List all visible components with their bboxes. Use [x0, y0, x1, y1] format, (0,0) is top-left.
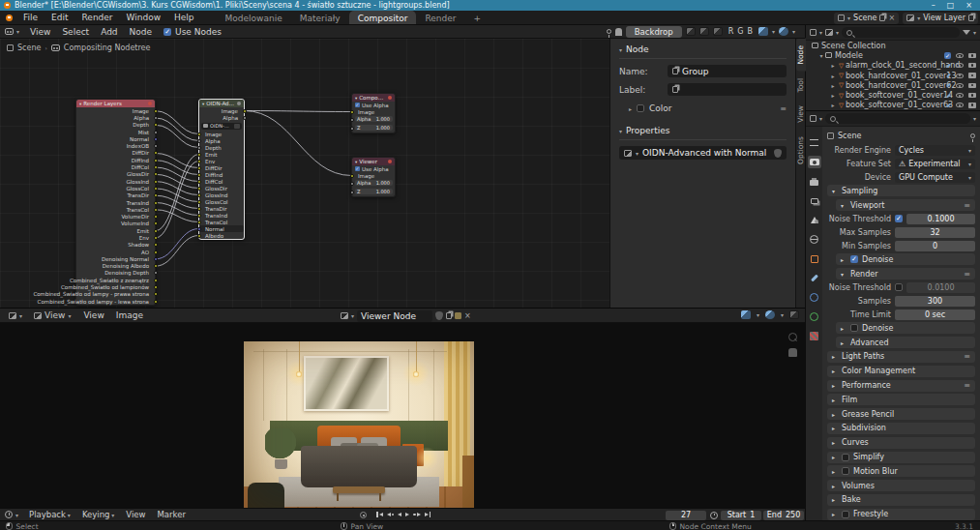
- socket-input-alpha[interactable]: [350, 118, 354, 122]
- node-menu-add[interactable]: Add: [95, 27, 123, 37]
- outliner-search-input[interactable]: [842, 27, 960, 38]
- alpha-field[interactable]: Alpha 1.000: [355, 116, 393, 122]
- outliner-row-object[interactable]: ▸▽book_hardcover_01_cover62: [806, 80, 980, 90]
- socket-output-Image[interactable]: [154, 109, 158, 113]
- panel-sampling[interactable]: ▾Sampling: [827, 185, 975, 196]
- snapping-icon[interactable]: [758, 27, 768, 36]
- checkbox-motion blur[interactable]: [842, 467, 849, 475]
- channel-r-button[interactable]: R: [727, 27, 736, 36]
- ghost-icon[interactable]: [615, 28, 622, 36]
- checkbox-denoise[interactable]: ✓: [850, 255, 858, 263]
- panel-render[interactable]: ▾Render≡: [836, 268, 975, 280]
- socket-output-TransDir[interactable]: [154, 193, 158, 197]
- menu-edit[interactable]: Edit: [45, 13, 74, 22]
- hide-in-viewport-icon[interactable]: [956, 74, 964, 78]
- properties-tab-view-layer[interactable]: [808, 194, 821, 207]
- workspace-tab-modelowanie[interactable]: Modelowanie: [217, 11, 291, 24]
- socket-input-Alpha[interactable]: [197, 139, 201, 143]
- panel-performance[interactable]: ▸Performance≡: [827, 380, 975, 392]
- add-workspace-tab[interactable]: +: [464, 11, 490, 24]
- play-reverse-button[interactable]: [398, 513, 401, 516]
- draw-mode-alpha-icon[interactable]: [713, 27, 723, 36]
- preset-menu-icon[interactable]: ≡: [780, 104, 787, 113]
- play-button[interactable]: [405, 513, 409, 516]
- playback-sync-icon[interactable]: [710, 512, 718, 519]
- checkbox-noise-threshold[interactable]: [895, 283, 903, 291]
- menu-help[interactable]: Help: [167, 13, 201, 22]
- socket-output-IndexOB[interactable]: [154, 144, 158, 148]
- browse-icon[interactable]: [234, 124, 240, 129]
- use-alpha-toggle[interactable]: ✓ Use Alpha: [352, 102, 395, 108]
- z-field[interactable]: Z 1.000: [355, 125, 393, 131]
- panel-color-management[interactable]: ▸Color Management: [827, 366, 975, 377]
- sidebar-tab-options[interactable]: Options: [796, 130, 806, 171]
- panel-subdivision[interactable]: ▸Subdivision: [827, 423, 975, 434]
- socket-output-DiffInd[interactable]: [154, 159, 158, 162]
- socket-input-GlossCol[interactable]: [197, 200, 201, 204]
- hide-in-viewport-icon[interactable]: [956, 83, 964, 88]
- dropdown-device[interactable]: GPU Compute▾: [895, 172, 975, 183]
- panel-film[interactable]: ▸Film: [827, 394, 975, 405]
- use-nodes-toggle[interactable]: ✓ Use Nodes: [163, 27, 222, 37]
- socket-input-Albedo[interactable]: [197, 234, 201, 238]
- editor-type-selector[interactable]: ▾: [0, 28, 24, 35]
- z-field[interactable]: Z 1.000: [355, 189, 393, 194]
- socket-output-Env[interactable]: [154, 236, 158, 240]
- node-tree-selector[interactable]: ▾ OIDN-Advanced with Normal: [619, 146, 787, 160]
- socket-output-Combined_Światło od lampionów[interactable]: [154, 285, 158, 289]
- collapse-icon[interactable]: ▾: [202, 102, 204, 106]
- socket-output-DiffDir[interactable]: [154, 151, 158, 155]
- jump-to-start-button[interactable]: [376, 512, 383, 517]
- viewer-header[interactable]: ▾ Viewer: [352, 158, 395, 165]
- hide-in-viewport-icon[interactable]: [956, 53, 964, 58]
- overlays-icon[interactable]: [765, 310, 775, 319]
- socket-output-Denoising Normal[interactable]: [154, 257, 158, 261]
- panel-bake[interactable]: ▸Bake: [827, 494, 975, 506]
- panel-light-paths[interactable]: ▸Light Paths≡: [827, 351, 975, 363]
- frame-start-field[interactable]: Start 1: [721, 511, 761, 520]
- frame-end-field[interactable]: End 250: [763, 511, 804, 520]
- value-noise-threshold[interactable]: 0.0100: [906, 282, 975, 293]
- socket-output-Combined_Światło od lampy - lewa strona[interactable]: [154, 300, 158, 304]
- image-name-field[interactable]: Viewer Node: [357, 310, 432, 322]
- node-name-input[interactable]: Group: [668, 65, 787, 77]
- node-menu-select[interactable]: Select: [56, 27, 95, 37]
- color-panel-header[interactable]: ▸ Color ≡: [629, 103, 787, 113]
- hide-in-viewport-icon[interactable]: [956, 63, 964, 68]
- collapse-icon[interactable]: ▾: [79, 102, 81, 106]
- new-scene-icon[interactable]: [879, 15, 885, 21]
- socket-output-VolumeDir[interactable]: [154, 215, 158, 219]
- view-layer-selector[interactable]: ▾ View Layer: [903, 13, 978, 24]
- close-button[interactable]: ×: [965, 1, 972, 10]
- preset-menu-icon[interactable]: ≡: [964, 381, 970, 390]
- options-icon[interactable]: ▾: [973, 115, 976, 122]
- socket-input-Normal[interactable]: [197, 227, 201, 231]
- timeline-menu-view[interactable]: View: [120, 510, 151, 519]
- menu-file[interactable]: File: [16, 13, 45, 22]
- editor-type-selector[interactable]: ▾: [4, 312, 27, 319]
- render-layers-header[interactable]: ▾ Render Layers: [76, 100, 155, 107]
- collapse-icon[interactable]: ▾: [355, 96, 357, 101]
- node-viewer[interactable]: ▾ Viewer ✓ Use Alpha Image Alpha 1.000: [351, 157, 396, 197]
- socket-output-Denoising Depth[interactable]: [154, 271, 158, 275]
- outliner-row-object[interactable]: ▸▽alarm_clock_01_second_hand: [806, 61, 980, 71]
- outliner-row-object[interactable]: ▸▽book_hardcover_01_cover13: [806, 71, 980, 80]
- preset-menu-icon[interactable]: ≡: [964, 270, 970, 279]
- socket-output-Shadow[interactable]: [154, 243, 158, 247]
- fake-user-shield-icon[interactable]: [774, 149, 782, 158]
- socket-input-DiffInd[interactable]: [197, 173, 201, 177]
- socket-input-GlossDir[interactable]: [197, 187, 201, 191]
- node-composite[interactable]: ▾ Composite ✓ Use Alpha Image Alpha 1.: [351, 93, 396, 133]
- menu-window[interactable]: Window: [120, 13, 168, 22]
- properties-search-input[interactable]: [825, 113, 970, 124]
- outliner-row-scene-collection[interactable]: Scene Collection: [806, 41, 980, 50]
- workspace-tab-render[interactable]: Render: [416, 11, 464, 24]
- panel-grease-pencil[interactable]: ▸Grease Pencil: [827, 408, 975, 420]
- display-mode-icon[interactable]: [825, 29, 833, 36]
- preset-menu-icon[interactable]: ≡: [964, 201, 970, 210]
- menu-render[interactable]: Render: [75, 13, 120, 22]
- checkbox-simplify[interactable]: [842, 454, 849, 461]
- sidebar-tab-view[interactable]: View: [796, 99, 806, 130]
- outliner-row-collection-modele[interactable]: ▾Modele✓: [806, 50, 980, 60]
- checkbox-freestyle[interactable]: [842, 511, 849, 518]
